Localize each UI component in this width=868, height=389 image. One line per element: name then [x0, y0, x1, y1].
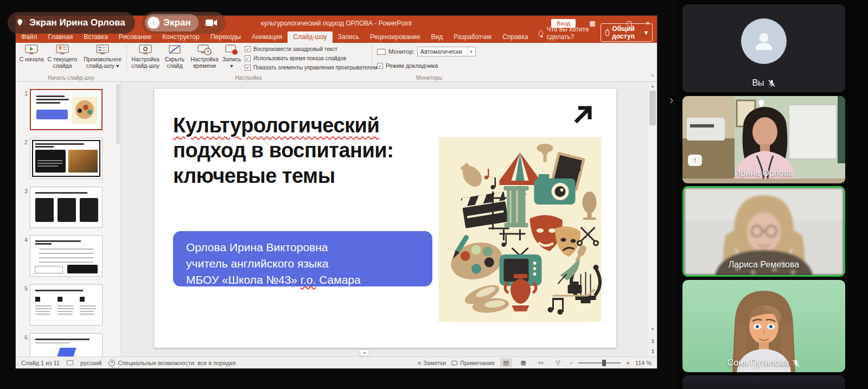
thumbnail-row[interactable]: 3	[20, 187, 103, 228]
accessibility-status[interactable]: Специальные возможности: все в порядке	[108, 360, 235, 366]
group-separator	[126, 45, 127, 73]
thumbnail-row[interactable]: 2	[20, 138, 103, 179]
vertical-scrollbar[interactable]: ▲ ▼ ▲▲ ▼▼	[648, 82, 657, 356]
monitor-play-icon	[25, 44, 38, 55]
next-slide-button[interactable]: ▼▼	[648, 348, 657, 355]
collapse-ribbon-icon[interactable]: ^	[651, 74, 654, 80]
thumbnail-slide-6[interactable]	[30, 333, 103, 358]
comments-icon	[451, 361, 457, 365]
zoom-in-button[interactable]: +	[626, 360, 629, 366]
participant-tile-larisa[interactable]: Лариса Ремезова	[682, 186, 845, 277]
powerpoint-window: ▤ ↺ ↻ ▶ ▾ культурологический подход ОРЛО…	[15, 15, 658, 369]
checkbox-presenter-view[interactable]: ✓ Режим докладчика	[377, 62, 438, 69]
notes-button[interactable]: ≡ Заметки	[418, 360, 446, 366]
screen-share-banner[interactable]: Экран Ирина Орлова	[8, 12, 135, 34]
thumbnail-number: 2	[20, 138, 28, 179]
lightbulb-icon	[539, 30, 543, 36]
pinned-icon	[756, 99, 767, 112]
checkbox-checked-icon: ✓	[377, 63, 383, 69]
scroll-down-icon[interactable]: ▼	[648, 325, 657, 333]
camera	[534, 174, 576, 205]
thumbnail-row[interactable]: 5	[20, 284, 103, 326]
normal-view-button[interactable]: ▤	[500, 358, 512, 367]
zoom-level[interactable]: 114 %	[635, 360, 652, 366]
arrow-up-right-shape[interactable]	[571, 103, 595, 129]
thumbnail-slide-2[interactable]	[30, 138, 103, 179]
slideshow-view-button[interactable]: ▽	[552, 358, 564, 367]
share-screen-button[interactable]: ↑ Экран	[145, 14, 199, 31]
slide-sorter-view-button[interactable]: ▦	[518, 358, 529, 367]
participant-tile-partial[interactable]	[682, 375, 845, 389]
thumbnail-number: 1	[20, 89, 28, 130]
thumbnail-slide-1[interactable]	[30, 89, 103, 130]
slide-1-canvas[interactable]: Культурологический подход в воспитании: …	[154, 89, 616, 348]
record-slide-icon	[225, 44, 238, 55]
pin-icon	[15, 18, 24, 28]
participant-name: Соня Путилова	[727, 358, 789, 368]
reading-view-button[interactable]: ▭	[535, 358, 547, 367]
from-current-slide-button[interactable]: С текущего слайда	[45, 44, 80, 73]
language-indicator[interactable]: русский	[80, 360, 101, 366]
checkbox-checked-icon: ✓	[245, 55, 251, 61]
group-separator	[372, 45, 372, 73]
scroll-up-icon[interactable]: ▲	[648, 82, 657, 90]
checkbox-use-timings[interactable]: ✓ Использовать время показа слайдов	[245, 55, 346, 61]
accessibility-icon	[108, 360, 115, 366]
tab-help[interactable]: Справка	[497, 31, 533, 43]
ribbon: С начала С текущего слайда Произвольное …	[16, 43, 657, 82]
pane-splitter-button[interactable]: ▾	[360, 349, 369, 356]
hide-slide-button[interactable]: Скрыть слайд	[162, 44, 187, 73]
thumbnail-scrollbar[interactable]	[116, 84, 120, 144]
from-beginning-button[interactable]: С начала	[19, 44, 44, 73]
record-button[interactable]: Запись ▾	[221, 44, 242, 73]
participant-tile-sonya[interactable]: Соня Путилова	[682, 280, 845, 372]
tab-animations[interactable]: Анимация	[246, 31, 288, 43]
zoom-slider[interactable]	[578, 362, 621, 364]
scrollbar-thumb[interactable]	[649, 91, 656, 125]
share-access-button[interactable]: Общий доступ ▾	[601, 23, 653, 42]
dropdown-caret-icon: ▾	[467, 47, 475, 56]
comments-button[interactable]: Примечания	[451, 360, 495, 366]
tell-me-box[interactable]: Что вы хотите сделать?	[533, 25, 600, 43]
setup-slideshow-button[interactable]: Настройка слайд-шоу	[130, 44, 161, 73]
display-settings-icon[interactable]	[67, 360, 73, 365]
custom-slideshow-button[interactable]: Произвольное слайд-шоу ▾	[81, 44, 124, 73]
tab-slideshow[interactable]: Слайд-шоу	[288, 31, 332, 43]
tab-record[interactable]: Запись	[333, 31, 365, 43]
previous-slide-button[interactable]: ▲▲	[648, 337, 657, 345]
culture-collage-image[interactable]	[437, 137, 603, 322]
group-label: Мониторы	[375, 75, 483, 81]
camera-button[interactable]	[206, 19, 217, 27]
participant-tile-you[interactable]: Вы	[682, 4, 845, 92]
column	[504, 186, 529, 227]
thumbnail-slide-4[interactable]	[30, 235, 103, 277]
collapse-panel-chevron-icon[interactable]: ›	[669, 93, 673, 107]
tab-review[interactable]: Рецензирование	[365, 31, 426, 43]
thumbnail-number: 6	[20, 333, 28, 358]
monitor-icon	[377, 49, 386, 55]
zoom-slider-thumb[interactable]	[602, 360, 606, 366]
thumbnail-row[interactable]: 1	[20, 89, 103, 130]
author-textbox[interactable]: Орлова Ирина Викторовна учитель английск…	[173, 231, 432, 286]
thumbnail-slide-5[interactable]	[30, 284, 103, 326]
notes-icon: ≡	[418, 360, 421, 366]
slide-title-textbox[interactable]: Культурологический подход в воспитании: …	[173, 113, 433, 188]
thumbnail-row[interactable]: 6	[20, 333, 103, 358]
mic-muted-icon	[768, 79, 776, 87]
thumbnail-slide-3[interactable]	[30, 187, 103, 228]
group-start-slideshow: С начала С текущего слайда Произвольное …	[17, 43, 125, 81]
status-bar: Слайд 1 из 11 русский Специальные возмож…	[16, 356, 657, 368]
screen-share-region: ▤ ↺ ↻ ▶ ▾ культурологический подход ОРЛО…	[0, 0, 677, 389]
participant-tile-irina[interactable]: ↑ Ирина Орлова	[682, 96, 845, 183]
workspace: 1 2	[16, 82, 657, 356]
zoom-out-button[interactable]: −	[570, 360, 573, 366]
checkbox-show-media-controls[interactable]: ✓ Показать элементы управления проигрыва…	[245, 65, 377, 71]
thumbnail-row[interactable]: 4	[20, 235, 103, 277]
monitor-dropdown[interactable]: Автоматически ▾	[417, 47, 476, 56]
checkbox-play-narrations[interactable]: ✓ Воспроизвести закадровый текст	[245, 46, 337, 52]
group-label: Начать слайд-шоу	[17, 75, 125, 81]
participant-name: Вы	[752, 78, 764, 88]
tab-view[interactable]: Вид	[426, 31, 449, 43]
tab-developer[interactable]: Разработчик	[448, 31, 497, 43]
rehearse-timings-button[interactable]: Настройка времени	[189, 44, 220, 73]
